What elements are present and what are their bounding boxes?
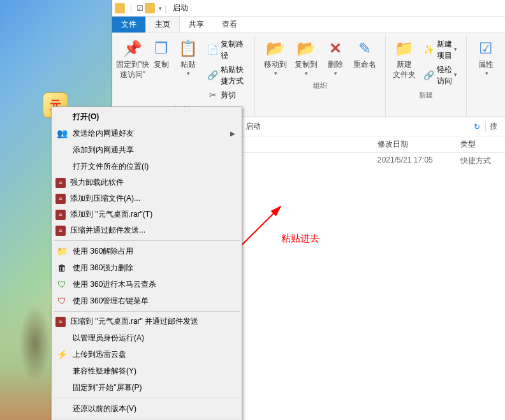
check-icon[interactable]: ☑ [135, 3, 145, 13]
menu-item[interactable]: 添加到内网通共享 [53, 141, 240, 158]
col-date[interactable]: 修改日期 [377, 139, 460, 150]
rename-button[interactable]: ✎ 重命名 [349, 37, 380, 71]
shield-g-icon: 🛡 [55, 279, 68, 290]
group-clipboard: 📌 固定到"快速访问" ❐ 复制 📋 粘贴 ▾ 📄 复制路径 [112, 36, 255, 117]
copy-to-button[interactable]: 📂 复制到 ▾ [291, 37, 321, 78]
copy-path-button[interactable]: 📄 复制路径 [204, 37, 249, 62]
paste-shortcut-button[interactable]: 🔗 粘贴快捷方式 [204, 62, 249, 88]
menu-item[interactable]: 🛡使用 360进行木马云查杀 [53, 276, 240, 293]
group-organize: 📂 移动到 ▾ 📂 复制到 ▾ ✕ 删除 ▾ ✎ 重命名 [255, 36, 386, 117]
cut-button[interactable]: ✂ 剪切 [204, 88, 249, 102]
window-title: 启动 [173, 3, 188, 13]
search-input[interactable]: 搜 [485, 121, 501, 132]
menu-item[interactable]: ⚡上传到迅雷云盘 [53, 346, 240, 363]
ribbon: 📌 固定到"快速访问" ❐ 复制 📋 粘贴 ▾ 📄 复制路径 [112, 33, 505, 117]
rar-icon: ≡ [55, 226, 66, 236]
annotation-text: 粘贴进去 [281, 233, 319, 245]
rar-icon: ≡ [55, 194, 66, 204]
menu-item-text: 使用 360强力删除 [73, 263, 235, 273]
menu-item[interactable]: 以管理员身份运行(A) [53, 329, 240, 346]
blank-icon [55, 144, 68, 156]
menu-item[interactable]: 🗑使用 360强力删除 [53, 259, 240, 276]
item-type: 快捷方式 [460, 156, 505, 166]
menu-item[interactable]: 还原以前的版本(V) [53, 400, 240, 417]
copy-icon: ❐ [151, 38, 172, 59]
pin-quick-access-button[interactable]: 📌 固定到"快速访问" [117, 37, 148, 81]
folder-icon [115, 3, 125, 13]
menu-separator [54, 240, 240, 241]
menu-item-text: 上传到迅雷云盘 [73, 349, 235, 360]
delete-icon: ✕ [325, 38, 346, 59]
easy-access-button[interactable]: 🔗 轻松访问 ▾ [420, 62, 461, 88]
menu-item[interactable]: 打开(O) [53, 108, 240, 125]
qat-dropdown[interactable]: ▾ [159, 5, 162, 11]
ribbon-tabs: 文件 主页 共享 查看 [112, 17, 505, 33]
move-icon: 📂 [265, 38, 286, 59]
thunder-icon: ⚡ [55, 349, 68, 360]
properties-button[interactable]: ☑ 属性 ▾ [472, 37, 500, 78]
new-folder-button[interactable]: 📁 新建文件夹 [391, 37, 418, 81]
rename-icon: ✎ [355, 38, 375, 59]
pin-icon: 📌 [122, 38, 143, 59]
tab-home[interactable]: 主页 [145, 17, 180, 33]
delete-button[interactable]: ✕ 删除 ▾ [321, 37, 349, 78]
crumb[interactable]: 启动 [243, 120, 263, 133]
rar-icon: ≡ [55, 317, 66, 327]
col-type[interactable]: 类型 [460, 139, 505, 150]
paste-button[interactable]: 📋 粘贴 ▾ [175, 37, 201, 78]
move-to-button[interactable]: 📂 移动到 ▾ [260, 37, 291, 78]
refresh-button[interactable]: ↻ [469, 122, 485, 131]
properties-icon: ☑ [476, 38, 496, 59]
tab-share[interactable]: 共享 [180, 17, 213, 33]
menu-item[interactable]: 兼容性疑难解答(Y) [53, 363, 240, 379]
share-icon: 👥 [55, 127, 68, 139]
chevron-down-icon: ▾ [334, 70, 337, 78]
submenu-arrow-icon: ▶ [230, 130, 235, 137]
group-title: 组织 [260, 78, 380, 92]
menu-item-text: 以管理员身份运行(A) [73, 333, 235, 344]
new-item-button[interactable]: ✨ 新建项目 ▾ [420, 37, 461, 62]
menu-item[interactable]: 打开文件所在的位置(I) [53, 158, 240, 175]
label: 固定到"快速访问" [116, 60, 149, 80]
menu-item[interactable]: ≡强力卸载此软件 [53, 175, 240, 191]
menu-item-text: 使用 360解除占用 [73, 246, 235, 257]
menu-item-text: 使用 360进行木马云查杀 [73, 279, 235, 290]
blank-icon [55, 332, 68, 344]
rar-icon: ≡ [55, 178, 66, 188]
scissors-icon: ✂ [208, 90, 218, 100]
title-bar: | ☑ ▾ | 启动 [112, 0, 505, 17]
tab-view[interactable]: 查看 [213, 17, 246, 33]
folder-icon [145, 3, 155, 13]
folder-icon: 📁 [55, 245, 68, 257]
blank-icon [55, 365, 68, 377]
menu-item[interactable]: 👥发送给内网通好友▶ [53, 125, 240, 141]
shortcut-icon: 🔗 [208, 70, 218, 80]
blank-icon [55, 161, 68, 172]
separator: | [130, 4, 132, 13]
menu-item[interactable]: ≡压缩到 "元气桌面.rar" 并通过邮件发送 [53, 314, 240, 329]
shield-r-icon: 🛡 [55, 295, 68, 307]
chevron-down-icon: ▾ [187, 70, 190, 78]
menu-item[interactable]: 固定到"开始"屏幕(P) [53, 379, 240, 396]
menu-item[interactable]: 🛡使用 360管理右键菜单 [53, 293, 240, 309]
menu-item[interactable]: 📁使用 360解除占用 [53, 243, 240, 259]
menu-item-text: 压缩到 "元气桌面.rar" 并通过邮件发送 [70, 316, 235, 327]
chevron-down-icon: ▾ [454, 71, 457, 80]
menu-item-text: 打开文件所在的位置(I) [73, 161, 235, 172]
group-new: 📁 新建文件夹 ✨ 新建项目 ▾ 🔗 轻松访问 ▾ 新建 [386, 36, 467, 117]
del-icon: 🗑 [55, 262, 68, 273]
copy-button[interactable]: ❐ 复制 [148, 37, 175, 71]
menu-item-text: 发送给内网通好友 [73, 128, 230, 139]
menu-item-text: 还原以前的版本(V) [73, 403, 235, 414]
blank-icon [55, 382, 68, 393]
menu-item[interactable]: ≡添加到 "元气桌面.rar"(T) [53, 206, 240, 222]
menu-item[interactable]: ≡压缩并通过邮件发送... [53, 222, 240, 238]
menu-item-text: 固定到"开始"屏幕(P) [73, 382, 235, 393]
menu-item-text: 压缩并通过邮件发送... [70, 225, 235, 236]
menu-item[interactable]: ≡添加到压缩文件(A)... [53, 191, 240, 206]
easy-access-icon: 🔗 [424, 70, 434, 80]
menu-item-text: 添加到 "元气桌面.rar"(T) [70, 209, 235, 220]
menu-separator [54, 311, 240, 312]
menu-separator [54, 419, 240, 419]
tab-file[interactable]: 文件 [112, 17, 145, 33]
